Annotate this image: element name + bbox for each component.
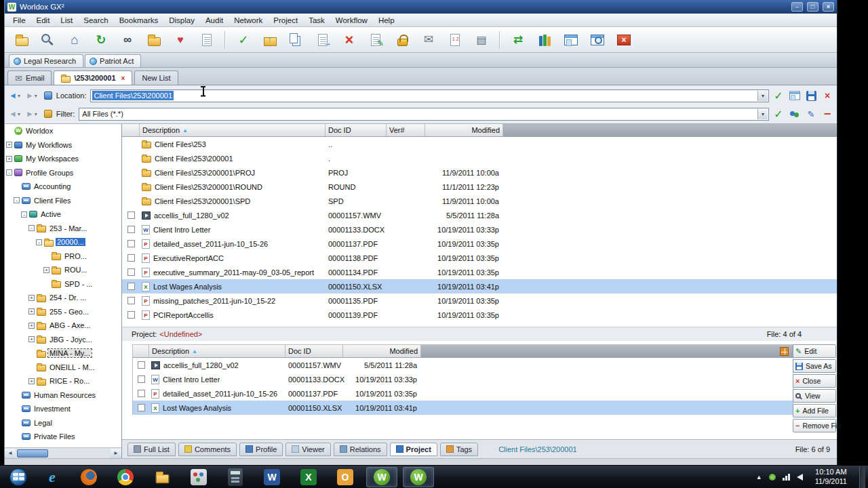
expand-icon[interactable]: + <box>43 267 50 273</box>
tree-item-pro[interactable]: PRO... <box>5 249 121 264</box>
filter-forward-button[interactable]: ►▾ <box>24 109 39 119</box>
file-row[interactable]: accellis_full_1280_v0200001157.WMV5/5/20… <box>122 208 837 222</box>
folder-button[interactable] <box>144 30 164 50</box>
file-row[interactable]: PCIReportAccellis00001139.PDF10/19/2011 … <box>122 308 837 322</box>
checkbox[interactable] <box>127 211 135 219</box>
calculator-button[interactable] <box>220 467 251 487</box>
checkbox[interactable] <box>127 226 135 233</box>
menu-task[interactable]: Task <box>303 15 330 26</box>
send-button[interactable] <box>313 30 333 50</box>
worldox-2-button[interactable]: W <box>403 467 434 487</box>
apply-location-icon[interactable]: ✓ <box>772 89 785 102</box>
tree-item-private-files[interactable]: Private Files <box>5 430 121 444</box>
worldox-button[interactable]: W <box>366 467 397 487</box>
checkbox[interactable] <box>138 375 145 383</box>
project-description-column-header[interactable]: Description ▲ <box>149 345 285 357</box>
collapse-icon[interactable]: - <box>21 211 27 218</box>
tree-item-jbg-joyc[interactable]: +JBG - Joyc... <box>5 333 121 347</box>
favorites-button[interactable]: ♥ <box>170 30 191 50</box>
back-button[interactable]: ◄▾ <box>7 91 22 100</box>
project-modified-column-header[interactable]: Modified <box>343 345 421 357</box>
menu-file[interactable]: File <box>7 15 31 26</box>
project-file-row[interactable]: Client Intro Letter00001133.DOCX10/19/20… <box>133 372 793 386</box>
tree-item-profile-groups[interactable]: -Profile Groups <box>5 166 121 180</box>
tree-item-rou[interactable]: +ROU... <box>5 263 121 277</box>
doclist-button[interactable]: ▤ <box>471 30 492 50</box>
file-row[interactable]: missing_patches_2011-jun-10_15-220000113… <box>122 293 837 308</box>
tree-item-spd[interactable]: SPD - ... <box>5 277 121 291</box>
checkin-button[interactable]: ✓ <box>233 30 254 50</box>
bookmark-patriot-act[interactable]: Patriot Act <box>85 54 141 67</box>
checkbox[interactable] <box>127 297 135 304</box>
tab-tags[interactable]: Tags <box>440 443 478 456</box>
word-button[interactable]: W <box>256 467 288 487</box>
find-button[interactable]: ∞ <box>117 30 138 50</box>
email-button[interactable]: ✉ <box>418 30 439 50</box>
location-input[interactable]: Client Files\253\200001 ▾ <box>90 89 769 102</box>
clock[interactable]: 10:10 AM 11/9/2011 <box>810 468 852 487</box>
checkbox[interactable] <box>127 311 135 319</box>
tab-profile[interactable]: Profile <box>239 443 283 456</box>
view-button[interactable]: View <box>793 389 836 403</box>
remove-filter-icon[interactable]: − <box>821 107 834 121</box>
project-doc-id-column-header[interactable]: Doc ID <box>285 345 343 357</box>
tree-item-investment[interactable]: Investment <box>5 402 121 416</box>
tree-item-oneill-m[interactable]: ONEILL - M... <box>5 361 121 375</box>
close-tab-icon[interactable]: × <box>121 75 125 82</box>
checkbox[interactable] <box>138 390 145 397</box>
checkbox[interactable] <box>127 240 135 247</box>
start-button[interactable] <box>5 467 31 487</box>
tree-item-my-workflows[interactable]: +My Workflows <box>5 138 121 152</box>
filter-forward-dropdown-icon[interactable]: ▾ <box>35 111 37 117</box>
scrollbar-thumb[interactable] <box>17 449 48 458</box>
expand-icon[interactable]: + <box>28 323 35 329</box>
tab-project[interactable]: Project <box>390 443 437 456</box>
tree-item-active[interactable]: -Active <box>5 207 121 222</box>
file-row[interactable]: Client Intro Letter00001133.DOCX10/19/20… <box>122 222 837 237</box>
menu-display[interactable]: Display <box>163 15 200 26</box>
back-dropdown-icon[interactable]: ▾ <box>18 93 20 99</box>
save-as-button[interactable]: Save As <box>793 359 836 373</box>
description-column-header[interactable]: Description ▲ <box>140 124 326 136</box>
compare-button[interactable] <box>445 30 465 50</box>
apply-filter-icon[interactable]: ✓ <box>772 107 785 121</box>
tree-item-client-files[interactable]: -Client Files <box>5 194 121 208</box>
expand-icon[interactable]: + <box>28 378 35 384</box>
doc-id-column-header[interactable]: Doc ID <box>326 124 387 136</box>
expand-icon[interactable]: + <box>6 142 12 148</box>
save-view-icon[interactable] <box>804 89 818 102</box>
chrome-button[interactable] <box>110 467 141 487</box>
project-file-row[interactable]: accellis_full_1280_v0200001157.WMV5/5/20… <box>133 358 793 372</box>
minimize-button[interactable] <box>791 2 803 12</box>
file-row[interactable]: Client Files\253\200001\PROJPROJ11/9/201… <box>122 165 837 180</box>
tree-item-worldox[interactable]: WWorldox <box>5 124 121 138</box>
tray-volume-icon[interactable] <box>797 474 803 481</box>
list-tab-253-200001[interactable]: \253\200001× <box>54 70 132 85</box>
filter-input[interactable]: All Files (*.*) ▾ <box>79 108 769 121</box>
tray-network-icon[interactable] <box>783 474 790 481</box>
edit-profile-button[interactable] <box>366 30 386 50</box>
excel-button[interactable]: X <box>293 467 324 487</box>
tray-shield-icon[interactable] <box>769 474 776 481</box>
tab-viewer[interactable]: Viewer <box>285 443 330 456</box>
show-desktop-button[interactable] <box>859 466 865 488</box>
tree-item-accounting[interactable]: Accounting <box>5 180 121 194</box>
menu-workflow[interactable]: Workflow <box>330 15 373 26</box>
filter-back-button[interactable]: ◄▾ <box>7 109 22 119</box>
close-location-icon[interactable]: × <box>821 89 834 102</box>
expand-icon[interactable]: + <box>28 295 35 301</box>
expand-icon[interactable]: + <box>28 308 35 314</box>
paint-button[interactable] <box>183 467 214 487</box>
checkbox[interactable] <box>127 254 135 262</box>
window-list-button[interactable] <box>561 30 581 50</box>
tree-item-human-resources[interactable]: Human Resources <box>5 388 121 403</box>
tray-expand-icon[interactable]: ▲ <box>756 474 762 481</box>
checkbox[interactable] <box>138 404 145 411</box>
forward-dropdown-icon[interactable]: ▾ <box>35 93 37 99</box>
search-button[interactable] <box>38 30 58 50</box>
menu-audit[interactable]: Audit <box>200 15 229 26</box>
close-button[interactable] <box>823 2 834 12</box>
refresh-button[interactable]: ↻ <box>91 30 111 50</box>
close-button[interactable]: ×Close <box>793 374 836 388</box>
tree-horizontal-scrollbar[interactable]: ◄ ► <box>5 447 121 458</box>
